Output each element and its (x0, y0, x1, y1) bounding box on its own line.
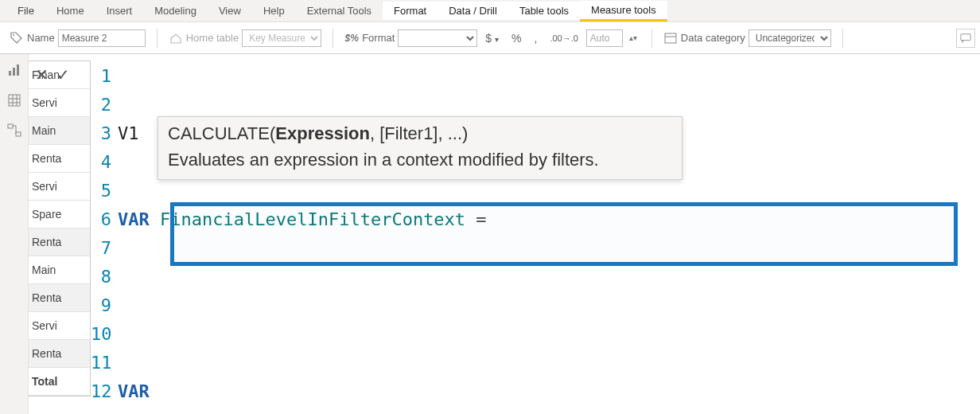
svg-point-0 (13, 34, 14, 36)
menu-data-drill[interactable]: Data / Drill (438, 2, 508, 20)
home-icon (169, 31, 183, 45)
list-item[interactable]: Servi (29, 89, 90, 117)
home-table-select[interactable]: Key Measures (242, 29, 321, 47)
currency-button[interactable]: $ ▾ (480, 32, 504, 45)
model-view-icon[interactable] (5, 121, 24, 140)
menu-file[interactable]: File (6, 2, 45, 20)
menu-modeling[interactable]: Modeling (143, 2, 208, 20)
list-item[interactable]: Renta (29, 284, 90, 312)
svg-rect-4 (13, 68, 15, 76)
menu-format[interactable]: Format (383, 2, 438, 20)
svg-rect-8 (16, 132, 21, 136)
intellisense-tooltip: CALCULATE(Expression, [Filter1], ...) Ev… (158, 116, 682, 180)
menu-bar: File Home Insert Modeling View Help Exte… (0, 0, 980, 22)
data-category-label: Data category (681, 32, 745, 44)
cancel-formula-icon[interactable]: ✕ (35, 65, 49, 84)
measure-name-input[interactable] (58, 29, 146, 47)
data-category-select[interactable]: Uncategorized (749, 29, 831, 47)
data-category-group: Data category Uncategorized (659, 22, 836, 53)
list-item[interactable]: Servi (29, 312, 90, 340)
menu-insert[interactable]: Insert (95, 2, 144, 20)
menu-table-tools[interactable]: Table tools (508, 2, 580, 20)
format-select[interactable] (398, 29, 477, 47)
home-table-group: Home table Key Measures (164, 22, 326, 53)
tooltip-description: Evaluates an expression in a context mod… (168, 148, 672, 173)
menu-help[interactable]: Help (252, 2, 296, 20)
tag-icon (10, 31, 24, 45)
ribbon-toolbar: Name Home table Key Measures $% Format $… (0, 22, 980, 54)
list-item[interactable]: Renta (29, 340, 90, 368)
decimal-places-input[interactable] (586, 29, 623, 47)
name-group: Name (5, 22, 150, 53)
menu-view[interactable]: View (208, 2, 252, 20)
svg-rect-7 (8, 124, 13, 128)
svg-rect-6 (9, 95, 20, 106)
list-item[interactable]: Main (29, 117, 90, 145)
list-item[interactable]: Renta (29, 145, 90, 173)
stepper-icon[interactable]: ▴▾ (626, 31, 640, 45)
report-view-icon[interactable] (5, 61, 24, 80)
format-label: Format (362, 32, 395, 44)
field-list: Finan Servi Main Renta Servi Spare Renta… (29, 61, 91, 396)
list-item-total[interactable]: Total (29, 368, 90, 396)
percent-button[interactable]: % (507, 32, 526, 45)
list-item[interactable]: Servi (29, 173, 90, 201)
svg-rect-1 (665, 33, 676, 43)
list-item[interactable]: Spare (29, 201, 90, 228)
list-item[interactable]: Main (29, 256, 90, 284)
menu-home[interactable]: Home (45, 2, 95, 20)
svg-rect-2 (961, 33, 970, 40)
home-table-label: Home table (186, 32, 239, 44)
line-gutter: 1 2 3 4 5 6 7 8 9 10 11 12 (91, 62, 116, 406)
format-group: $% Format $ ▾ % , .00→.0 ▴▾ (340, 22, 645, 53)
comment-button[interactable] (956, 29, 975, 48)
category-icon (663, 31, 678, 45)
name-label: Name (27, 32, 55, 44)
format-icon: $% (344, 31, 359, 45)
data-view-icon[interactable] (5, 91, 24, 110)
precision-button[interactable]: .00→.0 (545, 33, 582, 43)
thousands-button[interactable]: , (529, 32, 542, 45)
svg-rect-5 (17, 64, 19, 76)
formula-controls: ✕ ✓ (35, 65, 70, 84)
view-strip (0, 54, 29, 414)
menu-measure-tools[interactable]: Measure tools (580, 1, 667, 21)
menu-external-tools[interactable]: External Tools (296, 2, 383, 20)
tooltip-signature: CALCULATE(Expression, [Filter1], ...) (168, 122, 672, 146)
list-item[interactable]: Renta (29, 228, 90, 256)
code-area[interactable]: V1 = VAR FinancialLevelInFilterContext =… (118, 62, 974, 414)
commit-formula-icon[interactable]: ✓ (56, 65, 70, 84)
svg-rect-3 (9, 71, 11, 76)
dax-editor[interactable]: 1 2 3 4 5 6 7 8 9 10 11 12 V1 = VAR Fina… (91, 62, 974, 408)
